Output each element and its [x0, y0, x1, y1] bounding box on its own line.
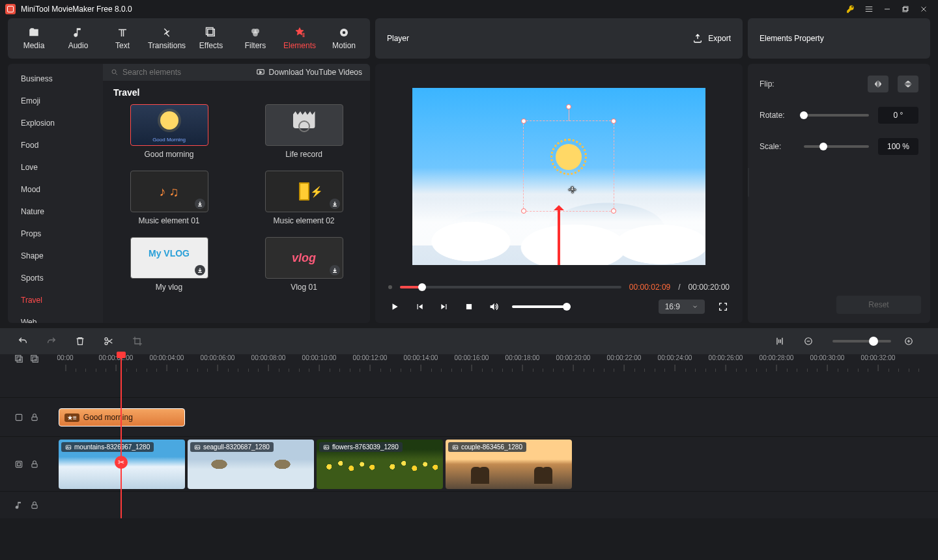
- stop-button[interactable]: [462, 300, 476, 313]
- element-thumb[interactable]: [265, 171, 343, 212]
- category-props[interactable]: Props: [8, 223, 103, 245]
- ruler-tick: 00:00:22:00: [607, 354, 642, 361]
- category-food[interactable]: Food: [8, 134, 103, 156]
- tab-media-label: Media: [23, 41, 45, 50]
- download-badge-icon[interactable]: [195, 199, 205, 209]
- element-thumb[interactable]: [130, 237, 208, 279]
- element-thumb[interactable]: [130, 171, 208, 212]
- video-clip[interactable]: flowers-8763039_1280: [317, 440, 443, 489]
- play-button[interactable]: [388, 300, 401, 313]
- lock-icon[interactable]: [30, 501, 39, 510]
- reset-button[interactable]: Reset: [836, 296, 921, 314]
- maximize-button[interactable]: [896, 0, 915, 18]
- crop-button[interactable]: [126, 332, 149, 350]
- minimize-button[interactable]: [878, 0, 896, 18]
- category-shape[interactable]: Shape: [8, 245, 103, 267]
- scale-value[interactable]: 100 %: [878, 138, 918, 155]
- chevron-down-icon: [692, 303, 698, 310]
- export-button[interactable]: Export: [692, 33, 731, 44]
- split-button[interactable]: [98, 332, 120, 350]
- zoom-out-button[interactable]: [797, 332, 819, 350]
- volume-slider[interactable]: [512, 305, 571, 308]
- tab-elements[interactable]: Elements: [280, 27, 319, 50]
- time-ruler[interactable]: 00:0000:00:02:0000:00:04:0000:00:06:0000…: [59, 354, 938, 379]
- element-card[interactable]: Music element 02: [249, 171, 358, 225]
- progress-track[interactable]: [400, 286, 621, 288]
- volume-button[interactable]: [487, 300, 500, 313]
- download-badge-icon[interactable]: [195, 265, 205, 275]
- tab-audio[interactable]: Audio: [59, 27, 98, 50]
- video-clip-label: seagull-8320687_1280: [190, 442, 274, 452]
- element-selection-box[interactable]: [523, 120, 614, 212]
- lock-icon[interactable]: [30, 460, 39, 469]
- category-business[interactable]: Business: [8, 68, 103, 90]
- tab-motion[interactable]: Motion: [324, 27, 363, 50]
- flip-label: Flip:: [760, 79, 795, 89]
- ruler-tick: 00:00:20:00: [556, 354, 591, 361]
- tab-motion-label: Motion: [332, 41, 356, 50]
- elements-browser: BusinessEmojiExplosionFoodLoveMoodNature…: [8, 64, 370, 323]
- element-card-label: Life record: [285, 150, 322, 159]
- category-love[interactable]: Love: [8, 156, 103, 178]
- element-card[interactable]: Life record: [249, 104, 358, 159]
- zoom-slider[interactable]: [832, 340, 891, 343]
- next-frame-button[interactable]: [438, 300, 451, 313]
- delete-button[interactable]: [69, 332, 91, 350]
- tab-filters[interactable]: Filters: [236, 27, 275, 50]
- move-cursor-icon: [568, 186, 577, 195]
- elements-grid: Good MorningGood morningLife recordMusic…: [103, 104, 370, 300]
- flip-vertical-button[interactable]: [898, 76, 918, 92]
- lock-icon[interactable]: [30, 413, 39, 422]
- add-track-icon[interactable]: [14, 354, 23, 363]
- search-input[interactable]: Search elements: [111, 68, 181, 77]
- redo-button[interactable]: [40, 332, 63, 350]
- element-card[interactable]: Good MorningGood morning: [115, 104, 223, 159]
- panel-collapse-toggle[interactable]: ›: [748, 168, 749, 197]
- video-track-icon: [14, 460, 23, 469]
- element-card[interactable]: My vlog: [115, 237, 223, 292]
- prev-frame-button[interactable]: [413, 300, 426, 313]
- video-clip[interactable]: seagull-8320687_1280: [188, 440, 314, 489]
- element-thumb[interactable]: [265, 237, 343, 279]
- ruler-tick: 00:00:12:00: [353, 354, 388, 361]
- fullscreen-button[interactable]: [717, 300, 730, 313]
- category-sports[interactable]: Sports: [8, 267, 103, 289]
- category-emoji[interactable]: Emoji: [8, 90, 103, 112]
- category-explosion[interactable]: Explosion: [8, 112, 103, 134]
- ruler-tick: 00:00:16:00: [455, 354, 489, 361]
- category-nature[interactable]: Nature: [8, 201, 103, 223]
- category-web[interactable]: Web: [8, 311, 103, 323]
- svg-rect-1: [903, 8, 907, 12]
- scale-slider[interactable]: [804, 145, 869, 148]
- current-time: 00:00:02:09: [629, 283, 670, 292]
- flip-horizontal-button[interactable]: [868, 76, 888, 92]
- remove-track-icon[interactable]: [30, 354, 39, 363]
- download-youtube-link[interactable]: Download YouTube Videos: [256, 68, 362, 77]
- zoom-in-button[interactable]: [898, 332, 920, 350]
- category-travel[interactable]: Travel: [8, 289, 103, 311]
- close-button[interactable]: [915, 0, 933, 18]
- player-viewport[interactable]: [375, 64, 743, 280]
- video-clip[interactable]: couple-863456_1280: [446, 440, 572, 489]
- aspect-ratio-select[interactable]: 16:9: [659, 300, 705, 314]
- tab-text[interactable]: Text: [103, 27, 142, 50]
- element-card[interactable]: Vlog 01: [249, 237, 358, 292]
- video-clip[interactable]: mountains-8326967_1280: [59, 440, 185, 489]
- license-key-icon[interactable]: [842, 0, 860, 18]
- element-card-label: My vlog: [156, 283, 182, 292]
- category-mood[interactable]: Mood: [8, 178, 103, 201]
- tab-media[interactable]: Media: [14, 27, 53, 50]
- undo-button[interactable]: [12, 332, 34, 350]
- auto-fit-button[interactable]: [769, 332, 791, 350]
- tab-effects[interactable]: Effects: [192, 27, 231, 50]
- element-thumb[interactable]: [265, 104, 343, 146]
- element-card[interactable]: Music element 01: [115, 171, 223, 225]
- element-clip[interactable]: ★≡ Good morning: [59, 408, 185, 427]
- element-thumb[interactable]: Good Morning: [130, 104, 208, 146]
- rotate-value[interactable]: 0 °: [878, 107, 918, 124]
- download-badge-icon[interactable]: [330, 199, 340, 209]
- download-badge-icon[interactable]: [330, 265, 340, 275]
- rotate-slider[interactable]: [804, 114, 869, 117]
- tab-transitions[interactable]: Transitions: [147, 27, 186, 50]
- menu-icon[interactable]: [860, 0, 878, 18]
